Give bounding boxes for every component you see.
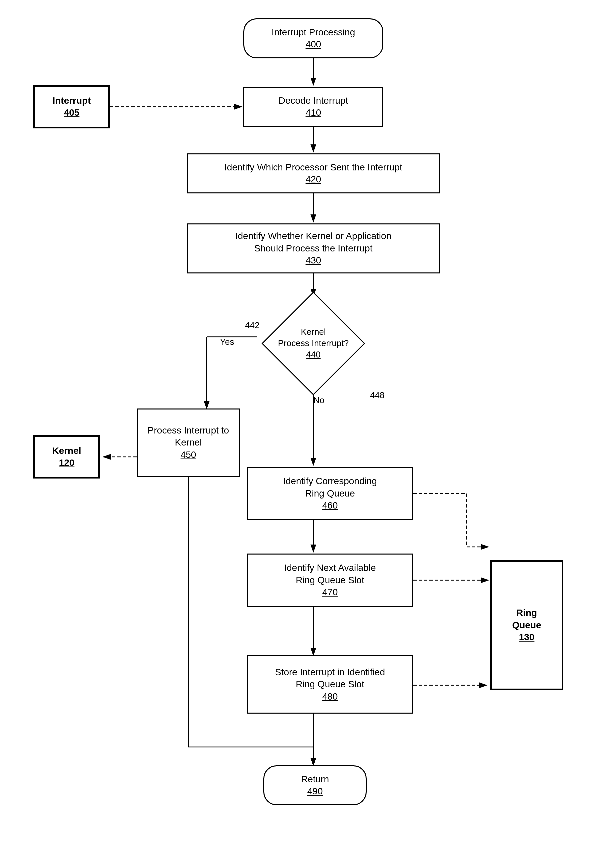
kernel-120-label: Kernel [52, 445, 81, 457]
identify-kernel-app-number: 430 [306, 255, 321, 265]
identify-next-slot-shape: Identify Next Available Ring Queue Slot … [247, 554, 413, 607]
ref-442: 442 [245, 320, 259, 331]
interrupt-processing-shape: Interrupt Processing 400 [243, 18, 383, 58]
ring-queue-label2: Ring Queue [283, 488, 377, 500]
decode-interrupt-shape: Decode Interrupt 410 [243, 87, 383, 127]
no-label: No [313, 395, 324, 406]
ring-queue-box-label1: Ring [512, 607, 541, 619]
process-kernel-label2: Kernel [148, 437, 229, 449]
diamond-label2: Process Interrupt? [278, 338, 349, 349]
return-number: 490 [307, 786, 323, 796]
identify-kernel-app-shape: Identify Whether Kernel or Application S… [187, 223, 440, 274]
next-slot-number: 470 [322, 587, 338, 597]
identify-kernel-app-label1: Identify Whether Kernel or Application [235, 230, 391, 242]
ring-queue-number: 460 [322, 500, 338, 510]
yes-label: Yes [220, 337, 234, 347]
interrupt-processing-label: Interrupt Processing [272, 26, 355, 38]
decode-interrupt-label: Decode Interrupt [279, 95, 348, 107]
process-kernel-label1: Process Interrupt to [148, 425, 229, 437]
store-interrupt-shape: Store Interrupt in Identified Ring Queue… [247, 655, 413, 714]
identify-processor-number: 420 [306, 174, 321, 184]
store-number: 480 [322, 691, 338, 702]
identify-kernel-app-label2: Should Process the Interrupt [235, 242, 391, 254]
diamond-label1: Kernel [278, 326, 349, 338]
flowchart-diagram: Interrupt Processing 400 Decode Interrup… [0, 0, 598, 868]
ring-queue-box: Ring Queue 130 [490, 560, 563, 690]
return-shape: Return 490 [263, 765, 367, 805]
interrupt-processing-number: 400 [306, 39, 321, 49]
process-kernel-number: 450 [181, 449, 196, 460]
next-slot-label1: Identify Next Available [284, 562, 376, 574]
kernel-120-number: 120 [59, 458, 75, 468]
store-label1: Store Interrupt in Identified [275, 666, 385, 678]
kernel-process-diamond-wrapper: Kernel Process Interrupt? 440 [257, 296, 370, 391]
ref-448: 448 [370, 390, 384, 401]
return-label: Return [301, 773, 329, 785]
identify-processor-label: Identify Which Processor Sent the Interr… [224, 162, 402, 174]
identify-ring-queue-shape: Identify Corresponding Ring Queue 460 [247, 467, 413, 520]
decode-interrupt-number: 410 [306, 107, 321, 118]
identify-processor-shape: Identify Which Processor Sent the Interr… [187, 153, 440, 193]
kernel-process-diamond-text: Kernel Process Interrupt? 440 [278, 326, 349, 360]
next-slot-label2: Ring Queue Slot [284, 574, 376, 586]
process-interrupt-kernel-shape: Process Interrupt to Kernel 450 [137, 409, 240, 477]
ring-queue-label1: Identify Corresponding [283, 475, 377, 487]
store-label2: Ring Queue Slot [275, 678, 385, 690]
kernel-120-shape: Kernel 120 [33, 435, 100, 479]
ring-queue-box-label2: Queue [512, 619, 541, 631]
arrows-svg [0, 0, 598, 868]
interrupt-405-shape: Interrupt 405 [33, 85, 110, 129]
diamond-label3: 440 [306, 349, 320, 359]
interrupt-405-label: Interrupt [52, 95, 91, 107]
ring-queue-box-number: 130 [519, 632, 535, 642]
interrupt-405-number: 405 [64, 107, 80, 118]
